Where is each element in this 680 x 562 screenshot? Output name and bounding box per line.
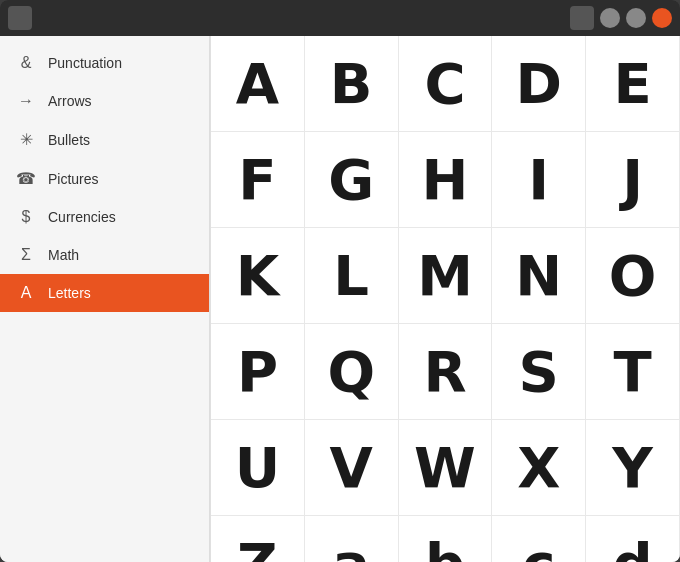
sidebar-label-punctuation: Punctuation [48,55,122,71]
phone-icon: ☎ [16,169,36,188]
letter-cell[interactable]: c [492,516,586,562]
sidebar-item-math[interactable]: ΣMath [0,236,209,274]
letter-cell[interactable]: K [211,228,305,324]
sidebar-label-letters: Letters [48,285,91,301]
letter-cell[interactable]: L [305,228,399,324]
letter-cell[interactable]: F [211,132,305,228]
letter-cell[interactable]: W [399,420,493,516]
arrow-icon: → [16,92,36,110]
letter-cell[interactable]: J [586,132,680,228]
close-button[interactable] [652,8,672,28]
titlebar [0,0,680,36]
letter-cell[interactable]: X [492,420,586,516]
asterisk-icon: ✳ [16,130,36,149]
letter-cell[interactable]: V [305,420,399,516]
letter-cell[interactable]: O [586,228,680,324]
minimize-button[interactable] [600,8,620,28]
letter-cell[interactable]: Q [305,324,399,420]
letter-cell[interactable]: Y [586,420,680,516]
letter-cell[interactable]: P [211,324,305,420]
dollar-icon: $ [16,208,36,226]
letter-cell[interactable]: E [586,36,680,132]
sidebar-item-punctuation[interactable]: &Punctuation [0,44,209,82]
sidebar-item-pictures[interactable]: ☎Pictures [0,159,209,198]
sidebar-label-bullets: Bullets [48,132,90,148]
sidebar-label-math: Math [48,247,79,263]
main-content: &Punctuation→Arrows✳Bullets☎Pictures$Cur… [0,36,680,562]
back-button[interactable] [8,6,32,30]
letter-cell[interactable]: T [586,324,680,420]
sidebar-item-bullets[interactable]: ✳Bullets [0,120,209,159]
letter-cell[interactable]: b [399,516,493,562]
letter-cell[interactable]: N [492,228,586,324]
sidebar-item-currencies[interactable]: $Currencies [0,198,209,236]
sidebar-item-arrows[interactable]: →Arrows [0,82,209,120]
titlebar-left [8,6,32,30]
sigma-icon: Σ [16,246,36,264]
sidebar: &Punctuation→Arrows✳Bullets☎Pictures$Cur… [0,36,210,562]
letter-cell[interactable]: M [399,228,493,324]
letter-cell[interactable]: S [492,324,586,420]
letters-grid: ABCDEFGHIJKLMNOPQRSTUVWXYZabcd [210,36,680,562]
window-controls [570,6,672,30]
letter-cell[interactable]: G [305,132,399,228]
sidebar-label-arrows: Arrows [48,93,92,109]
letter-cell[interactable]: I [492,132,586,228]
letter-cell[interactable]: a [305,516,399,562]
letter-a-icon: A [16,284,36,302]
sidebar-label-currencies: Currencies [48,209,116,225]
letter-cell[interactable]: B [305,36,399,132]
letter-cell[interactable]: H [399,132,493,228]
sidebar-label-pictures: Pictures [48,171,99,187]
letter-cell[interactable]: A [211,36,305,132]
ampersand-icon: & [16,54,36,72]
letter-cell[interactable]: U [211,420,305,516]
sidebar-item-letters[interactable]: ALetters [0,274,209,312]
letter-cell[interactable]: Z [211,516,305,562]
menu-button[interactable] [570,6,594,30]
maximize-button[interactable] [626,8,646,28]
letter-cell[interactable]: D [492,36,586,132]
letter-cell[interactable]: d [586,516,680,562]
letter-cell[interactable]: C [399,36,493,132]
letter-cell[interactable]: R [399,324,493,420]
content-area: ABCDEFGHIJKLMNOPQRSTUVWXYZabcd [210,36,680,562]
